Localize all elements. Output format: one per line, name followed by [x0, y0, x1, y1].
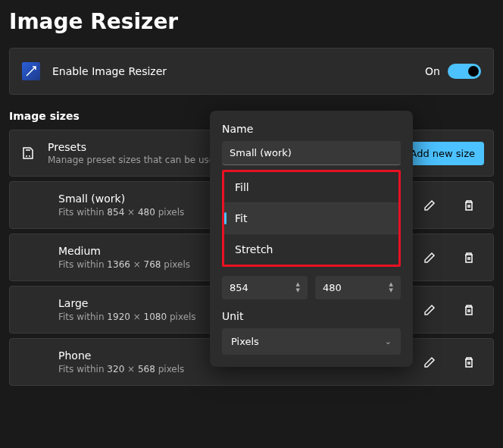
- size-editor-popup: Name FillFitStretch 854 ▲▼ 480 ▲▼ Unit P…: [210, 111, 413, 367]
- fit-option-fill[interactable]: Fill: [224, 172, 398, 203]
- edit-button[interactable]: [417, 298, 442, 322]
- add-new-size-button[interactable]: Add new size: [401, 142, 484, 165]
- spinner-icon[interactable]: ▲▼: [389, 282, 393, 293]
- fit-option-fit[interactable]: Fit: [224, 203, 398, 234]
- size-name: Small (work): [58, 193, 184, 205]
- unit-select[interactable]: Pixels ⌄: [222, 328, 401, 355]
- size-name: Large: [58, 297, 196, 309]
- svg-point-1: [29, 155, 30, 157]
- size-description: Fits within 1366 × 768 pixels: [58, 259, 190, 270]
- delete-button[interactable]: [457, 193, 481, 218]
- edit-button[interactable]: [417, 246, 442, 270]
- enable-panel: Enable Image Resizer On: [9, 48, 494, 95]
- delete-button[interactable]: [457, 298, 481, 322]
- unit-value: Pixels: [231, 336, 259, 347]
- toggle-state-text: On: [425, 65, 440, 77]
- edit-button[interactable]: [417, 350, 442, 374]
- chevron-down-icon: ⌄: [385, 337, 392, 346]
- enable-label: Enable Image Resizer: [52, 65, 425, 77]
- enable-toggle[interactable]: [448, 64, 481, 79]
- page-title: Image Resizer: [0, 0, 503, 48]
- size-name: Phone: [58, 349, 184, 362]
- toggle-knob: [468, 66, 479, 77]
- presets-icon: [19, 144, 37, 162]
- fit-option-stretch[interactable]: Stretch: [224, 234, 398, 265]
- edit-button[interactable]: [417, 193, 442, 218]
- size-description: Fits within 854 × 480 pixels: [58, 207, 184, 218]
- editor-name-input[interactable]: [222, 141, 401, 165]
- size-description: Fits within 320 × 568 pixels: [58, 364, 184, 374]
- width-value: 854: [230, 282, 248, 293]
- fit-mode-dropdown-options: FillFitStretch: [222, 170, 401, 267]
- height-input[interactable]: 480 ▲▼: [315, 276, 401, 299]
- svg-point-0: [26, 155, 27, 157]
- size-name: Medium: [58, 245, 190, 257]
- presets-subtitle: Manage preset sizes that can be used i: [48, 155, 226, 165]
- spinner-icon[interactable]: ▲▼: [296, 282, 300, 293]
- editor-name-label: Name: [222, 123, 401, 135]
- height-value: 480: [323, 282, 342, 293]
- size-description: Fits within 1920 × 1080 pixels: [58, 312, 196, 322]
- editor-unit-label: Unit: [222, 310, 401, 322]
- presets-title: Presets: [48, 141, 226, 153]
- delete-button[interactable]: [457, 246, 481, 270]
- width-input[interactable]: 854 ▲▼: [222, 276, 308, 299]
- resizer-app-icon: [22, 62, 40, 80]
- delete-button[interactable]: [457, 350, 481, 374]
